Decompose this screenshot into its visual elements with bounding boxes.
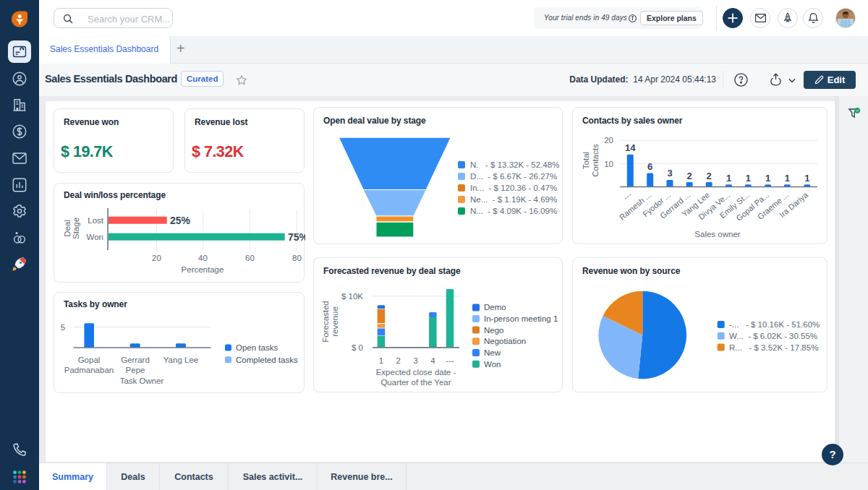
svg-text:Sales owner: Sales owner bbox=[694, 230, 740, 238]
svg-text:Pepe: Pepe bbox=[126, 366, 145, 374]
svg-text:revenue: revenue bbox=[331, 306, 339, 337]
svg-text:1: 1 bbox=[804, 173, 809, 184]
svg-text:3: 3 bbox=[667, 168, 672, 179]
svg-text:Nego: Nego bbox=[484, 326, 504, 335]
svg-text:N. - $ 13.32K - 52.48%: N. - $ 13.32K - 52.48% bbox=[470, 160, 559, 169]
svg-text:$ 0: $ 0 bbox=[352, 343, 363, 352]
svg-text:New: New bbox=[484, 348, 501, 357]
svg-text:Contacts: Contacts bbox=[591, 144, 600, 177]
svg-text:In... - $ 120.36 - 0.47%: In... - $ 120.36 - 0.47% bbox=[470, 184, 557, 192]
svg-text:2: 2 bbox=[686, 171, 692, 181]
svg-text:1: 1 bbox=[726, 173, 731, 184]
svg-text:In-person meeting 1: In-person meeting 1 bbox=[484, 314, 558, 323]
svg-text:Gopal: Gopal bbox=[78, 356, 101, 364]
svg-text:14: 14 bbox=[625, 142, 636, 153]
svg-text:75%: 75% bbox=[288, 231, 305, 243]
svg-text:1: 1 bbox=[746, 173, 751, 184]
svg-text:---: --- bbox=[446, 356, 454, 365]
svg-text:Yang Lee: Yang Lee bbox=[163, 356, 198, 364]
svg-text:10: 10 bbox=[604, 160, 613, 168]
svg-text:80: 80 bbox=[292, 254, 302, 262]
svg-text:Padmanaban: Padmanaban bbox=[64, 366, 114, 374]
svg-text:2: 2 bbox=[396, 356, 401, 365]
svg-text:Completed tasks: Completed tasks bbox=[236, 356, 298, 364]
svg-text:$ 10K: $ 10K bbox=[341, 292, 363, 301]
svg-text:3: 3 bbox=[413, 356, 417, 365]
svg-text:25%: 25% bbox=[170, 215, 191, 226]
svg-text:20: 20 bbox=[604, 136, 613, 145]
svg-text:2: 2 bbox=[707, 171, 712, 181]
svg-text:Quarter of the Year: Quarter of the Year bbox=[380, 378, 451, 387]
svg-text:Expected close date -: Expected close date - bbox=[376, 368, 456, 377]
svg-text:1: 1 bbox=[765, 173, 770, 184]
svg-text:Lost: Lost bbox=[88, 216, 104, 225]
svg-text:Gerrard: Gerrard bbox=[121, 356, 150, 364]
svg-text:6: 6 bbox=[647, 161, 652, 172]
svg-text:Won: Won bbox=[87, 233, 103, 241]
svg-text:Stage: Stage bbox=[72, 218, 80, 239]
svg-text:4: 4 bbox=[430, 356, 435, 365]
svg-text:1: 1 bbox=[785, 173, 790, 184]
svg-text:1: 1 bbox=[379, 356, 383, 365]
svg-text:60: 60 bbox=[245, 254, 255, 262]
svg-text:D... - $ 6.67K - 26.27%: D... - $ 6.67K - 26.27% bbox=[470, 172, 557, 181]
svg-text:N... - $ 4.09K - 16.09%: N... - $ 4.09K - 16.09% bbox=[470, 207, 557, 215]
svg-text:R... - $ 3.52K - 17.85%: R... - $ 3.52K - 17.85% bbox=[729, 343, 818, 352]
svg-text:Open tasks: Open tasks bbox=[236, 343, 278, 352]
svg-text:-... - $ 10.16K - 51.60%: -... - $ 10.16K - 51.60% bbox=[729, 320, 820, 329]
svg-text:5: 5 bbox=[61, 323, 65, 332]
svg-text:Percentage: Percentage bbox=[182, 265, 224, 274]
svg-text:Ne... - $ 1.19K - 4.69%: Ne... - $ 1.19K - 4.69% bbox=[470, 195, 557, 204]
svg-text:40: 40 bbox=[198, 254, 208, 262]
svg-text:W... - $ 6.02K - 30.55%: W... - $ 6.02K - 30.55% bbox=[729, 332, 817, 340]
svg-text:Total: Total bbox=[582, 152, 590, 169]
svg-text:Demo: Demo bbox=[484, 303, 506, 311]
svg-text:Deal: Deal bbox=[63, 220, 72, 237]
svg-text:Won: Won bbox=[484, 360, 501, 369]
svg-text:Forecasted: Forecasted bbox=[321, 301, 330, 343]
svg-text:---: --- bbox=[621, 190, 633, 202]
svg-text:Negotiation: Negotiation bbox=[484, 337, 526, 345]
svg-text:Task Owner: Task Owner bbox=[120, 377, 164, 385]
svg-text:20: 20 bbox=[152, 254, 161, 262]
